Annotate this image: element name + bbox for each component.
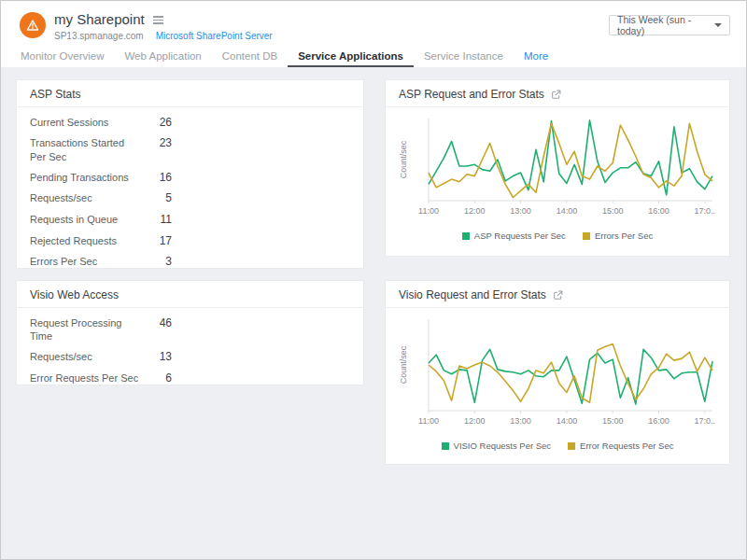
tab-monitor-overview[interactable]: Monitor Overview xyxy=(10,48,114,67)
svg-text:11:00: 11:00 xyxy=(418,206,439,216)
stat-row-current-sessions: Current Sessions 26 xyxy=(30,112,350,133)
stat-label: Request Processing Time xyxy=(30,316,140,344)
tab-service-instance[interactable]: Service Instance xyxy=(414,48,514,67)
legend-item[interactable]: ASP Requests Per Sec xyxy=(462,231,566,241)
legend-label: VISIO Requests Per Sec xyxy=(454,441,552,451)
hamburger-menu-icon[interactable] xyxy=(153,14,163,24)
legend-swatch-icon xyxy=(462,232,470,240)
asp-stats-panel: ASP Stats Current Sessions 26 Transactio… xyxy=(16,79,364,269)
time-range-value: This Week (sun - today) xyxy=(617,14,714,36)
stat-label: Requests/sec xyxy=(30,191,140,205)
visio-chart-canvas[interactable]: 11:0012:0013:0014:0015:0016:0017:0..Coun… xyxy=(397,314,718,433)
stat-row-requests-in-queue: Requests in Queue 11 xyxy=(30,209,350,231)
legend-item[interactable]: Error Requests Per Sec xyxy=(568,441,673,451)
stat-row-rejected-requests: Rejected Requests 17 xyxy=(30,231,350,252)
legend-item[interactable]: Errors Per Sec xyxy=(583,231,653,241)
stat-value: 13 xyxy=(140,350,172,365)
monitor-host: SP13.spmanage.com xyxy=(54,31,144,41)
stat-label: Errors Per Sec xyxy=(30,255,140,269)
stat-value: 16 xyxy=(140,171,172,186)
svg-text:17:0..: 17:0.. xyxy=(695,416,716,426)
stat-row-visio-requests-sec: Requests/sec 13 xyxy=(30,347,350,369)
asp-chart-canvas[interactable]: 11:0012:0013:0014:0015:0016:0017:0..Coun… xyxy=(397,113,718,223)
monitor-type-link[interactable]: Microsoft SharePoint Server xyxy=(156,31,273,41)
visio-chart-panel: Visio Request and Error Stats 11:0012:00… xyxy=(385,280,730,465)
stat-value: 26 xyxy=(140,116,172,131)
svg-text:13:00: 13:00 xyxy=(510,416,531,426)
svg-text:11:00: 11:00 xyxy=(418,416,439,426)
stat-label: Requests/sec xyxy=(30,350,140,364)
stat-label: Requests in Queue xyxy=(30,213,140,227)
external-link-icon[interactable] xyxy=(553,290,563,301)
stat-label: Pending Transactions xyxy=(30,171,140,185)
stat-value: 3 xyxy=(140,255,172,270)
legend-item[interactable]: VISIO Requests Per Sec xyxy=(442,441,552,451)
stat-row-transactions-started: Transactions Started Per Sec 23 xyxy=(30,133,350,168)
stat-label: Error Requests Per Sec xyxy=(30,371,140,385)
svg-text:Count/sec: Count/sec xyxy=(399,345,408,384)
tab-web-application[interactable]: Web Application xyxy=(114,48,211,67)
tab-service-applications[interactable]: Service Applications xyxy=(288,48,414,67)
svg-text:17:0..: 17:0.. xyxy=(695,206,716,216)
stat-row-pending-transactions: Pending Transactions 16 xyxy=(30,167,350,189)
legend-swatch-icon xyxy=(442,442,449,450)
stat-value: 6 xyxy=(140,371,172,386)
svg-text:12:00: 12:00 xyxy=(464,416,486,426)
svg-text:13:00: 13:00 xyxy=(510,206,531,216)
legend-label: ASP Requests Per Sec xyxy=(474,231,566,241)
stat-row-error-requests-per-sec: Error Requests Per Sec 6 xyxy=(30,368,350,389)
stat-row-request-processing-time: Request Processing Time 46 xyxy=(30,313,350,347)
stat-value: 5 xyxy=(140,191,172,206)
stat-label: Rejected Requests xyxy=(30,234,140,248)
stat-value: 17 xyxy=(140,234,172,249)
stat-value: 46 xyxy=(140,316,172,331)
svg-text:16:00: 16:00 xyxy=(648,416,669,426)
svg-text:15:00: 15:00 xyxy=(602,416,624,426)
legend-swatch-icon xyxy=(568,442,575,450)
asp-chart-legend: ASP Requests Per SecErrors Per Sec xyxy=(397,231,718,241)
stat-label: Transactions Started Per Sec xyxy=(30,136,140,164)
svg-text:14:00: 14:00 xyxy=(557,206,578,216)
stat-value: 11 xyxy=(140,213,172,228)
svg-text:16:00: 16:00 xyxy=(648,206,669,216)
page-title: my Sharepoint xyxy=(54,11,145,27)
visio-stats-title: Visio Web Access xyxy=(30,288,119,301)
app-window: my Sharepoint SP13.spmanage.com Microsof… xyxy=(0,0,747,560)
monitor-status-avatar xyxy=(20,12,46,38)
external-link-icon[interactable] xyxy=(551,90,561,100)
svg-text:Count/sec: Count/sec xyxy=(399,140,408,178)
legend-label: Error Requests Per Sec xyxy=(580,441,673,451)
svg-text:14:00: 14:00 xyxy=(557,416,578,426)
dashboard-content: ASP Stats Current Sessions 26 Transactio… xyxy=(1,67,746,559)
asp-stats-title: ASP Stats xyxy=(30,88,80,101)
svg-text:15:00: 15:00 xyxy=(602,206,624,216)
visio-chart-title: Visio Request and Error Stats xyxy=(399,288,546,301)
stat-value: 23 xyxy=(140,136,172,151)
legend-swatch-icon xyxy=(583,232,590,240)
tab-bar: Monitor Overview Web Application Content… xyxy=(10,48,746,67)
caret-down-icon xyxy=(714,23,722,27)
time-range-dropdown[interactable]: This Week (sun - today) xyxy=(609,15,730,35)
warning-triangle-icon xyxy=(25,19,40,33)
legend-label: Errors Per Sec xyxy=(595,231,653,241)
stat-row-errors-per-sec: Errors Per Sec 3 xyxy=(30,252,350,273)
svg-text:12:00: 12:00 xyxy=(464,206,486,216)
stat-row-requests-sec: Requests/sec 5 xyxy=(30,189,350,210)
visio-stats-panel: Visio Web Access Request Processing Time… xyxy=(16,280,364,385)
visio-chart-legend: VISIO Requests Per SecError Requests Per… xyxy=(397,441,718,451)
stat-label: Current Sessions xyxy=(30,116,140,130)
tab-content-db[interactable]: Content DB xyxy=(212,48,288,67)
asp-chart-panel: ASP Request and Error Stats 11:0012:0013… xyxy=(385,79,730,257)
asp-chart-title: ASP Request and Error Stats xyxy=(399,88,544,101)
tab-more[interactable]: More xyxy=(514,48,558,67)
